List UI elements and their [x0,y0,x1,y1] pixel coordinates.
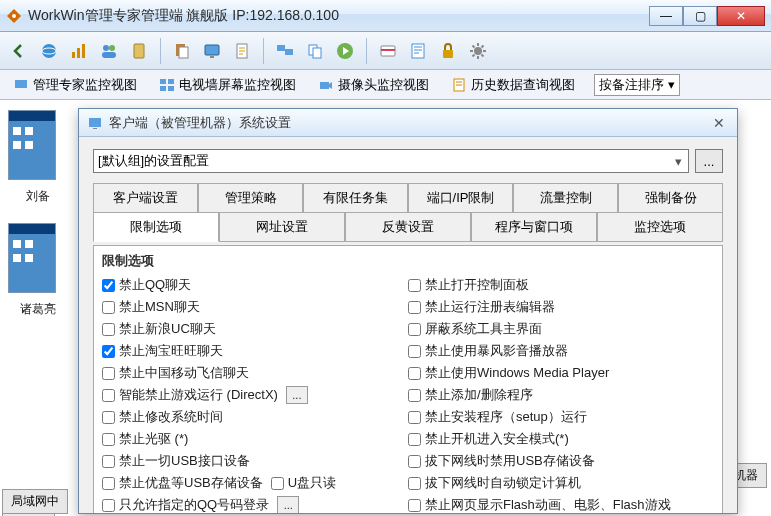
close-button[interactable]: ✕ [717,6,765,26]
svg-rect-29 [168,79,174,84]
toolbar-lock-icon[interactable] [435,38,461,64]
viewtab-tvwall[interactable]: 电视墙屏幕监控视图 [152,72,303,98]
check-systools[interactable]: 屏蔽系统工具主界面 [408,318,714,340]
bottom-tab-lan[interactable]: 局域网中 [2,489,68,514]
checkbox[interactable] [408,499,421,512]
svg-point-2 [42,44,56,58]
check-safemode[interactable]: 禁止开机进入安全模式(*) [408,428,714,450]
toolbar-screens-icon[interactable] [272,38,298,64]
directx-config-button[interactable]: ... [286,386,308,404]
svg-rect-5 [77,48,80,58]
check-label: 禁止网页显示Flash动画、电影、Flash游戏 [425,496,671,513]
check-label: 禁止开机进入安全模式(*) [425,430,569,448]
check-qq[interactable]: 禁止QQ聊天 [102,274,408,296]
tab-port-ip[interactable]: 端口/IP限制 [408,183,513,212]
svg-rect-16 [277,45,285,51]
check-regedit[interactable]: 禁止运行注册表编辑器 [408,296,714,318]
checkbox[interactable] [408,433,421,446]
check-addremove[interactable]: 禁止添加/删除程序 [408,384,714,406]
toolbar-card-icon[interactable] [375,38,401,64]
settings-dialog: 客户端（被管理机器）系统设置 ✕ [默认组]的设置配置 ... 客户端设置 管理… [78,108,738,514]
tab-antiporn[interactable]: 反黄设置 [345,212,471,242]
check-wangwang[interactable]: 禁止淘宝旺旺聊天 [102,340,408,362]
svg-rect-17 [285,49,293,55]
config-group-select[interactable]: [默认组]的设置配置 [93,149,689,173]
checkbox[interactable] [102,411,115,424]
qq-list-button[interactable]: ... [277,496,299,513]
tab-client-settings[interactable]: 客户端设置 [93,183,198,212]
checkbox[interactable] [102,499,115,512]
svg-marker-33 [329,82,332,89]
viewtab-camera[interactable]: 摄像头监控视图 [311,72,436,98]
svg-point-26 [474,47,482,55]
tab-restrict[interactable]: 限制选项 [93,212,219,242]
config-more-button[interactable]: ... [695,149,723,173]
check-label: 禁止安装程序（setup）运行 [425,408,587,426]
check-control-panel[interactable]: 禁止打开控制面板 [408,274,714,296]
check-flash[interactable]: 禁止网页显示Flash动画、电影、Flash游戏 [408,494,714,513]
tab-policy[interactable]: 管理策略 [198,183,303,212]
minimize-button[interactable]: — [649,6,683,26]
check-label: 智能禁止游戏运行 (DirectX) [119,386,278,404]
check-sina-uc[interactable]: 禁止新浪UC聊天 [102,318,408,340]
maximize-button[interactable]: ▢ [683,6,717,26]
toolbar-chart-icon[interactable] [66,38,92,64]
checkbox[interactable] [102,389,115,402]
toolbar-paste-icon[interactable] [169,38,195,64]
check-unplug-lock[interactable]: 拔下网线时自动锁定计算机 [408,472,714,494]
checkbox[interactable] [408,301,421,314]
bottom-tabs: 局域网中 [2,489,68,514]
checkbox-usb-readonly[interactable] [271,477,284,490]
checkbox[interactable] [102,367,115,380]
toolbar-gear-icon[interactable] [465,38,491,64]
tab-program-window[interactable]: 程序与窗口项 [471,212,597,242]
checkbox[interactable] [102,279,115,292]
toolbar-clipboard-icon[interactable] [126,38,152,64]
toolbar-users-icon[interactable] [96,38,122,64]
checkbox[interactable] [102,477,115,490]
checkbox[interactable] [408,389,421,402]
check-label: 禁止QQ聊天 [119,276,191,294]
sort-select[interactable]: 按备注排序 ▾ [594,74,680,96]
toolbar-back-icon[interactable] [6,38,32,64]
check-setup[interactable]: 禁止安装程序（setup）运行 [408,406,714,428]
checkbox[interactable] [408,345,421,358]
viewtab-monitor[interactable]: 管理专家监控视图 [6,72,144,98]
toolbar-doc-icon[interactable] [229,38,255,64]
tab-monitor-options[interactable]: 监控选项 [597,212,723,242]
toolbar-monitor-icon[interactable] [199,38,225,64]
check-unplug-usb[interactable]: 拔下网线时禁用USB存储设备 [408,450,714,472]
toolbar-copy-icon[interactable] [302,38,328,64]
toolbar-globe-icon[interactable] [36,38,62,64]
check-systime[interactable]: 禁止修改系统时间 [102,406,408,428]
check-msn[interactable]: 禁止MSN聊天 [102,296,408,318]
checkbox[interactable] [102,323,115,336]
check-storm[interactable]: 禁止使用暴风影音播放器 [408,340,714,362]
checkbox[interactable] [102,345,115,358]
check-fetion[interactable]: 禁止中国移动飞信聊天 [102,362,408,384]
check-cdrom[interactable]: 禁止光驱 (*) [102,428,408,450]
tab-tasks[interactable]: 有限任务集 [303,183,408,212]
toolbar-form-icon[interactable] [405,38,431,64]
check-all-usb[interactable]: 禁止一切USB接口设备 [102,450,408,472]
checkbox[interactable] [408,455,421,468]
tab-url[interactable]: 网址设置 [219,212,345,242]
check-label: 禁止使用Windows Media Player [425,364,609,382]
checkbox[interactable] [102,433,115,446]
dialog-close-button[interactable]: ✕ [709,114,729,132]
checkbox[interactable] [408,279,421,292]
viewtab-history[interactable]: 历史数据查询视图 [444,72,582,98]
checkbox[interactable] [408,477,421,490]
client-thumbnail[interactable] [8,110,56,180]
check-wmp[interactable]: 禁止使用Windows Media Player [408,362,714,384]
checkbox[interactable] [102,301,115,314]
checkbox[interactable] [408,323,421,336]
checkbox[interactable] [408,367,421,380]
tab-traffic[interactable]: 流量控制 [513,183,618,212]
checkbox[interactable] [408,411,421,424]
toolbar-play-icon[interactable] [332,38,358,64]
tab-backup[interactable]: 强制备份 [618,183,723,212]
client-thumbnails: 刘备 诸葛亮 [8,110,68,318]
checkbox[interactable] [102,455,115,468]
client-thumbnail[interactable] [8,223,56,293]
